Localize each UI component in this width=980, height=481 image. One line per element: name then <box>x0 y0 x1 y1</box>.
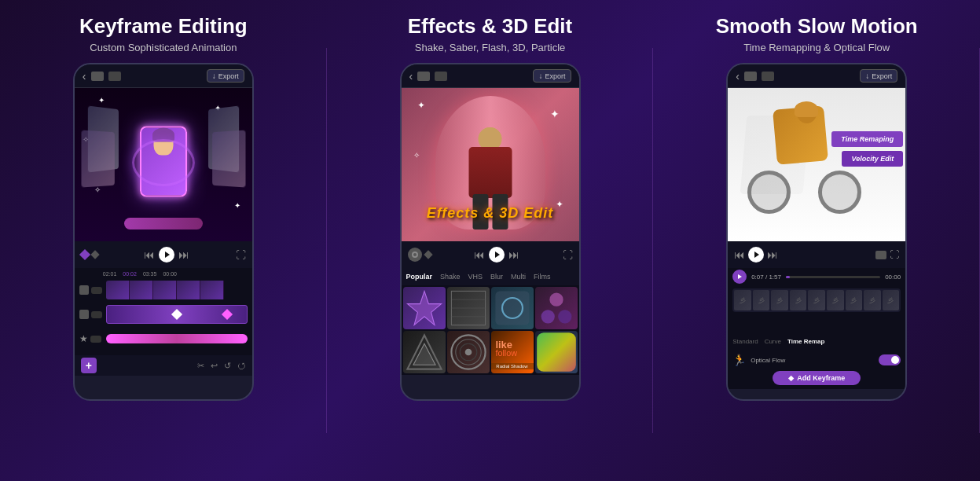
skip-back-icon-1[interactable]: ⏮ <box>144 248 155 261</box>
effect-item-8[interactable] <box>535 331 578 373</box>
optical-flow-toggle[interactable] <box>879 354 901 365</box>
add-keyframe-row: ◆ Add Keyframe <box>728 370 905 389</box>
track-eye-icon-3[interactable] <box>90 336 101 343</box>
refresh-icon[interactable]: ⭯ <box>237 361 246 370</box>
track-thumb-1 <box>106 281 130 299</box>
sparkle-s2-4: ✦ <box>556 199 563 210</box>
save-icon <box>91 72 104 81</box>
controls-3: ⏮ ⏭ ⛶ <box>728 241 905 268</box>
sparkle-s2-3: ✧ <box>413 151 420 160</box>
glow-ring <box>132 139 195 186</box>
skip-back-icon-3[interactable]: ⏮ <box>734 248 745 261</box>
svg-point-7 <box>549 293 563 307</box>
play-button-2[interactable] <box>489 247 505 263</box>
skip-back-icon-2[interactable]: ⏮ <box>474 248 485 261</box>
controls-2: ⏮ ⏭ ⛶ <box>402 241 579 268</box>
screen2-preview: ✦ ✦ ✧ ✦ Effects & 3D Edit <box>402 88 579 241</box>
track-eye-icon-1[interactable] <box>91 287 102 294</box>
track-icons-3: ★ <box>79 333 103 344</box>
back-icon-3[interactable]: ‹ <box>736 70 740 83</box>
velocity-edit-tag: Velocity Edit <box>842 151 903 167</box>
right-panel-2 <box>212 130 245 188</box>
export-button-1[interactable]: Export <box>207 69 244 83</box>
skip-fwd-icon-3[interactable]: ⏭ <box>767 248 778 261</box>
play-button-3[interactable] <box>748 247 764 263</box>
track-icons-1 <box>79 285 103 295</box>
effect-svg-1 <box>403 287 446 329</box>
svg-rect-5 <box>495 292 529 325</box>
effects-phone: ‹ Export ✦ ✦ <box>400 63 581 401</box>
expand-icon-2[interactable]: ⛶ <box>563 249 573 261</box>
track-eye-icon-2[interactable] <box>91 311 102 318</box>
topbar-3: ‹ Export <box>728 64 905 88</box>
left-panel-2 <box>81 130 114 188</box>
frame-1: 彡 <box>734 290 751 310</box>
undo-icon[interactable]: ↩ <box>211 361 218 371</box>
svg-point-8 <box>541 310 554 323</box>
effect-svg-6 <box>447 331 490 373</box>
redo-icon[interactable]: ↺ <box>224 361 231 371</box>
tab-shake[interactable]: Shake <box>440 273 461 281</box>
tab-multi[interactable]: Multi <box>511 273 526 281</box>
timeline-time: 00:00 <box>885 274 901 281</box>
svg-marker-0 <box>407 292 441 325</box>
save-icon-2 <box>417 72 430 81</box>
skip-fwd-icon-2[interactable]: ⏭ <box>508 248 519 261</box>
effects-grid: like follow Radial Shadow <box>402 285 579 375</box>
effect-item-4[interactable] <box>535 287 578 329</box>
keyframe-icon: ◆ <box>788 374 794 382</box>
expand-icon-1[interactable]: ⛶ <box>236 249 246 261</box>
slowmotion-phone: ‹ Export <box>726 63 907 401</box>
skip-fwd-icon-1[interactable]: ⏭ <box>178 248 189 261</box>
person-body <box>468 147 512 198</box>
crop-icon <box>108 72 121 81</box>
play-btn-small[interactable] <box>732 270 747 284</box>
add-button-1[interactable]: + <box>81 358 97 373</box>
svg-point-15 <box>464 349 472 356</box>
settings-icon[interactable] <box>408 248 422 262</box>
effect-svg-4 <box>535 287 578 329</box>
frame-4: 彡 <box>790 290 807 310</box>
export-button-3[interactable]: Export <box>860 69 897 83</box>
bike-wheel-front <box>747 171 791 214</box>
effect-item-6[interactable] <box>447 331 490 373</box>
timecodes-1: 02:01 00:02 03:35 00:00 <box>79 271 248 277</box>
frame-6: 彡 <box>827 290 844 310</box>
bike-wheel-rear <box>818 171 861 214</box>
frame-timeline: 彡 彡 彡 彡 彡 彡 彡 彡 彡 <box>728 285 905 332</box>
back-icon[interactable]: ‹ <box>83 70 86 83</box>
scissors-icon[interactable]: ✂ <box>197 361 204 371</box>
frame-3: 彡 <box>771 290 788 310</box>
screen-icon-3 <box>875 251 886 259</box>
svg-marker-11 <box>413 343 435 365</box>
tab-films[interactable]: Films <box>534 273 551 281</box>
effect-svg-5 <box>403 331 446 373</box>
play-button-1[interactable] <box>159 247 174 263</box>
oval-track <box>106 334 248 343</box>
topbar-left-1: ‹ <box>83 70 121 83</box>
tab-vhs[interactable]: VHS <box>468 273 483 281</box>
effect-svg-8 <box>535 331 578 373</box>
ctrl-left-2 <box>408 248 431 262</box>
expand-icon-3[interactable]: ⛶ <box>890 249 899 260</box>
effect-svg-2 <box>447 287 490 329</box>
sparkle-4: ✦ <box>234 201 240 210</box>
effect-item-2[interactable] <box>447 287 490 329</box>
effect-item-5[interactable] <box>403 331 446 373</box>
effect-item-7[interactable]: like follow Radial Shadow <box>491 331 534 373</box>
option-timeremap[interactable]: Time Remap <box>787 338 824 345</box>
effect-item-3[interactable] <box>491 287 534 329</box>
option-curve[interactable]: Curve <box>765 338 781 345</box>
track-image-icon-1 <box>79 285 89 295</box>
timecode-display: 0:07 / 1:57 <box>751 274 781 281</box>
export-button-2[interactable]: Export <box>533 69 571 83</box>
effect-item-1[interactable] <box>403 287 446 329</box>
back-icon-2[interactable]: ‹ <box>409 70 413 83</box>
option-standard[interactable]: Standard <box>732 338 758 345</box>
add-keyframe-button[interactable]: ◆ Add Keyframe <box>773 371 861 385</box>
tab-popular[interactable]: Popular <box>406 273 433 281</box>
track-thumb-2 <box>130 281 153 299</box>
bottom-tools-1: ✂ ↩ ↺ ⭯ <box>197 361 246 371</box>
crop-icon-3 <box>762 72 774 81</box>
tab-blur[interactable]: Blur <box>490 273 503 281</box>
